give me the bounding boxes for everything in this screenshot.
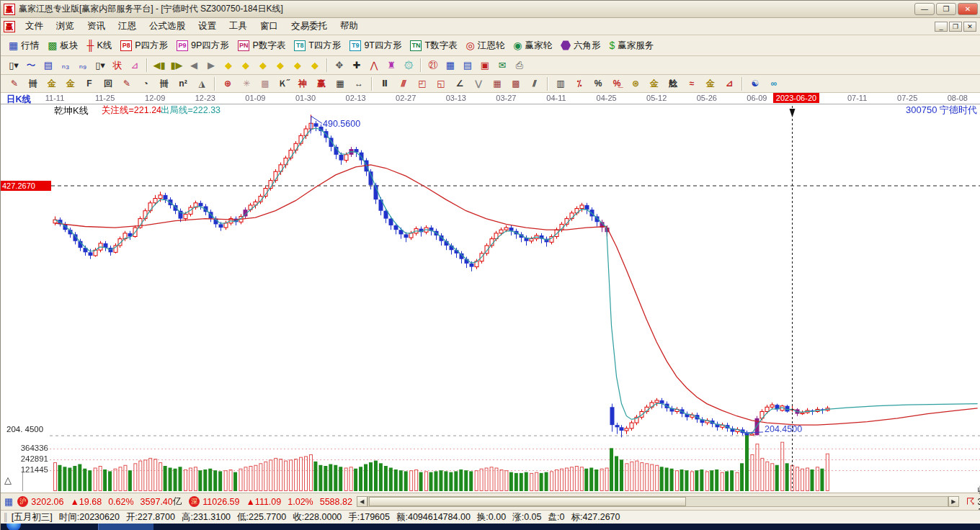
gold-line-icon[interactable]: 金 xyxy=(646,77,663,91)
gold-line2-icon[interactable]: 金 xyxy=(702,77,719,91)
first-page-button[interactable]: ◀▮ xyxy=(151,58,167,73)
avg-wave-icon[interactable]: ≈ xyxy=(683,77,700,91)
crosshair-button[interactable]: ✚ xyxy=(349,58,365,73)
diamond-updown-button[interactable]: ◆ xyxy=(307,58,323,73)
doc-close-button[interactable]: ✕ xyxy=(963,22,976,32)
minimize-button[interactable]: — xyxy=(914,3,935,15)
t9-square-button[interactable]: T99T四方形 xyxy=(346,38,406,53)
f-comb-icon[interactable]: F xyxy=(81,77,98,91)
grid-target-icon[interactable]: ▩ xyxy=(257,77,274,91)
infinity-icon[interactable]: ∞ xyxy=(765,77,783,91)
diamond-lr-button[interactable]: ◆ xyxy=(255,58,271,73)
bars9-icon[interactable]: ₙ₉ xyxy=(75,58,91,73)
rays-icon[interactable]: ⫻ xyxy=(395,77,412,91)
menu-item-2[interactable]: 资讯 xyxy=(81,18,112,35)
diamond-right-button[interactable]: ◆ xyxy=(238,58,254,73)
grid-b-icon[interactable]: ▩ xyxy=(507,77,525,91)
last-page-button[interactable]: ▮▶ xyxy=(169,58,184,73)
t-number-table-button[interactable]: TNT数字表 xyxy=(406,38,462,53)
comb-tool-icon[interactable]: 卌 xyxy=(24,77,42,91)
qiankun-kline-icon[interactable]: 状 xyxy=(110,58,125,73)
gann-wheel-button[interactable]: ◎江恩轮 xyxy=(463,38,510,53)
win-comb-icon[interactable]: 赢 xyxy=(313,77,330,91)
menu-item-5[interactable]: 设置 xyxy=(192,18,223,35)
scroll-right-button[interactable]: ▶ xyxy=(948,496,959,507)
doc-restore-button[interactable]: ❐ xyxy=(949,22,962,32)
p-square-button[interactable]: P8P四方形 xyxy=(117,38,173,53)
quotes-button[interactable]: ▦行情 xyxy=(5,38,44,53)
p9-square-button[interactable]: P99P四方形 xyxy=(173,38,234,53)
color-chart-icon[interactable]: ⊿ xyxy=(127,58,143,73)
menu-item-9[interactable]: 帮助 xyxy=(334,18,365,35)
pct-red-icon[interactable]: ⁒ xyxy=(571,77,588,91)
yinyang-icon[interactable]: ☯ xyxy=(747,77,764,91)
j-angle-icon[interactable]: ⊿ xyxy=(721,77,738,91)
speaker-icon[interactable]: 艌 xyxy=(664,77,682,91)
bars3-icon[interactable]: ₙ₃ xyxy=(58,58,74,73)
winner-service-button[interactable]: $赢家服务 xyxy=(606,38,659,53)
diamond-all-button[interactable]: ◆ xyxy=(290,58,306,73)
angle-a-icon[interactable]: ◮ xyxy=(193,77,210,91)
doc-minimize-button[interactable]: _ xyxy=(935,22,948,32)
kline-style-dropdown[interactable]: ▯▾ xyxy=(6,58,22,73)
draw-triangle-tool[interactable]: △ xyxy=(4,475,17,486)
gold-comb2-icon[interactable]: 金 xyxy=(62,77,79,91)
notebook-button[interactable]: ▤ xyxy=(460,58,476,73)
n2-comb-icon[interactable]: n² xyxy=(174,77,192,91)
winner-wheel-button[interactable]: ◉赢家轮 xyxy=(509,38,557,53)
kline-chart-canvas[interactable] xyxy=(1,93,980,493)
pct-line-icon[interactable]: %̲ xyxy=(608,77,625,91)
wave-tool-icon[interactable]: 〜 xyxy=(23,58,39,73)
menu-item-7[interactable]: 窗口 xyxy=(254,18,285,35)
span-arrow-icon[interactable]: ↔ xyxy=(350,77,368,91)
k-quote-icon[interactable]: Ｋ˝ xyxy=(275,77,293,91)
gate-icon[interactable]: Ⅱ xyxy=(376,77,393,91)
shen-comb-icon[interactable]: 神 xyxy=(294,77,311,91)
clock-cycle-icon[interactable]: ◔ xyxy=(137,77,154,91)
teal-grid-button[interactable]: ۞ xyxy=(401,58,416,73)
box-rays-icon[interactable]: ◰ xyxy=(414,77,431,91)
calculator-button[interactable]: ▦ xyxy=(442,58,458,73)
mark-line-button[interactable]: ⋀ xyxy=(366,58,382,73)
horizontal-scrollbar[interactable]: ◀ ▶ xyxy=(357,496,959,507)
menu-item-0[interactable]: 文件 xyxy=(19,18,50,35)
candle-dropdown[interactable]: ▯▾ xyxy=(92,58,108,73)
spiral-icon[interactable]: 回 xyxy=(99,77,117,91)
plain-comb-icon[interactable]: 卌 xyxy=(156,77,173,91)
menu-item-1[interactable]: 浏览 xyxy=(50,18,81,35)
bars-pct-icon[interactable]: ▥ xyxy=(552,77,569,91)
purple-grid-button[interactable]: ♜ xyxy=(383,58,399,73)
menu-item-3[interactable]: 江恩 xyxy=(112,18,143,35)
diamond-left-button[interactable]: ◆ xyxy=(220,58,236,73)
quote-grid-icon[interactable]: ▦ xyxy=(4,496,13,507)
print-button[interactable]: ⎙ xyxy=(512,58,527,73)
scrollbar-track[interactable] xyxy=(368,496,948,507)
diamond-x-button[interactable]: ◆ xyxy=(272,58,288,73)
hexagon-button[interactable]: 六角形 xyxy=(557,38,606,53)
close-button[interactable]: ✕ xyxy=(958,3,978,15)
t-square-button[interactable]: T8T四方形 xyxy=(290,38,346,53)
box-grid-icon[interactable]: ◱ xyxy=(432,77,450,91)
star-icon[interactable]: ✳ xyxy=(238,77,255,91)
diag-lines-icon[interactable]: ⫽ xyxy=(526,77,543,91)
note-icon[interactable]: ▤ xyxy=(40,58,56,73)
scrollbar-thumb[interactable] xyxy=(369,497,686,506)
percent-icon[interactable]: % xyxy=(589,77,607,91)
restore-button[interactable]: ❐ xyxy=(936,3,956,15)
scroll-left-button[interactable]: ◀ xyxy=(357,496,368,507)
sectors-button[interactable]: ▩板块 xyxy=(44,38,83,53)
taskbar-button[interactable] xyxy=(98,524,154,530)
pen-tool-icon[interactable]: ✎ xyxy=(6,77,23,91)
prev-button[interactable]: ◀ xyxy=(186,58,202,73)
hand-tool-button[interactable]: ✥ xyxy=(331,58,347,73)
gold-circle-icon[interactable]: ⊛ xyxy=(627,77,644,91)
menu-item-8[interactable]: 交易委托 xyxy=(285,18,334,35)
save-button[interactable]: ▣ xyxy=(477,58,493,73)
pen-badge-icon[interactable]: ✎ xyxy=(118,77,135,91)
menu-item-4[interactable]: 公式选股 xyxy=(143,18,192,35)
menu-item-6[interactable]: 工具 xyxy=(223,18,254,35)
gold-comb1-icon[interactable]: 金 xyxy=(43,77,61,91)
target-cross-icon[interactable]: ⊕ xyxy=(219,77,236,91)
calendar-button[interactable]: ㉑ xyxy=(425,58,441,73)
grid-123-icon[interactable]: ▦ xyxy=(331,77,349,91)
